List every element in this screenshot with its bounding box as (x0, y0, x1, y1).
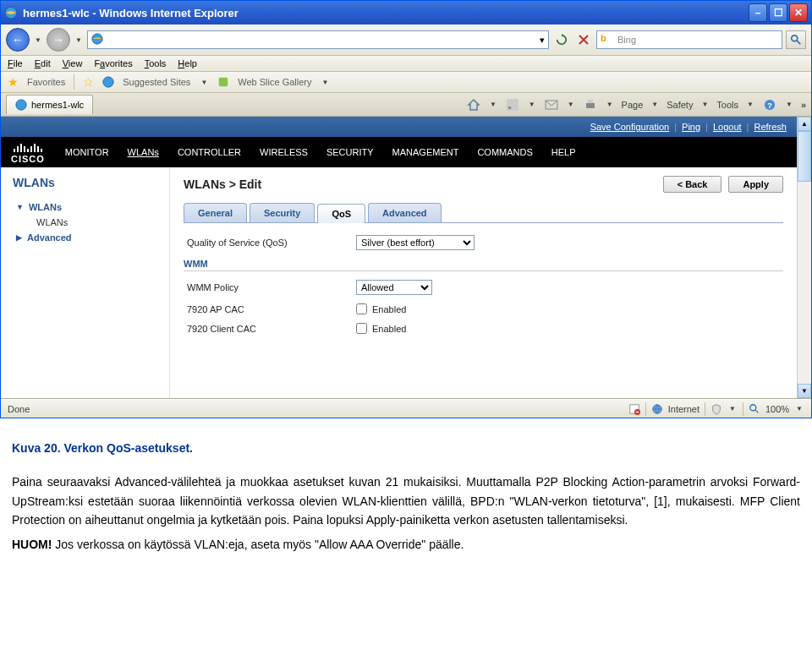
search-placeholder: Bing (617, 35, 636, 45)
svg-rect-11 (588, 100, 593, 103)
blocked-icon[interactable] (628, 403, 640, 415)
menu-favorites[interactable]: Favorites (94, 58, 132, 68)
page-menu[interactable]: Page (622, 100, 644, 110)
vertical-scrollbar[interactable]: ▲ ▼ (797, 117, 811, 398)
client-cac-checkbox[interactable] (356, 323, 367, 334)
mail-icon[interactable] (544, 97, 559, 112)
wmm-policy-select[interactable]: Allowed (356, 280, 432, 295)
nav-forward-button[interactable]: → (47, 28, 70, 52)
window-titlebar: hermes1-wlc - Windows Internet Explorer … (1, 1, 811, 25)
nav-wlans[interactable]: WLANs (128, 147, 159, 157)
save-config-link[interactable]: Save Configuration (590, 122, 670, 132)
suggested-dropdown[interactable]: ▼ (200, 79, 207, 86)
menu-help[interactable]: Help (178, 58, 197, 68)
tab-general[interactable]: General (184, 203, 247, 222)
favorites-label[interactable]: Favorites (27, 77, 65, 87)
figure-caption: Kuva 20. Verkon QoS-asetukset. (12, 439, 800, 457)
scroll-thumb[interactable] (798, 131, 811, 182)
address-dropdown-icon[interactable]: ▾ (540, 35, 545, 46)
svg-text:?: ? (767, 100, 772, 109)
webslice-icon (217, 76, 229, 88)
ap-cac-label: 7920 AP CAC (187, 304, 356, 314)
svg-point-4 (103, 77, 113, 87)
cisco-sidebar: WLANs ▼ WLANs WLANs ▶ Advanced (1, 167, 170, 398)
zoom-icon[interactable] (749, 403, 760, 415)
scroll-up-button[interactable]: ▲ (798, 117, 811, 131)
nav-commands[interactable]: COMMANDS (477, 147, 532, 157)
nav-wireless[interactable]: WIRELESS (260, 147, 308, 157)
page-heading: WLANs > Edit (184, 178, 261, 191)
apply-button[interactable]: Apply (728, 176, 783, 193)
address-bar[interactable]: ▾ (87, 30, 549, 49)
svg-rect-10 (586, 103, 595, 108)
window-title: hermes1-wlc - Windows Internet Explorer (23, 7, 749, 19)
qos-select[interactable]: Silver (best effort) (356, 235, 475, 250)
zoom-level[interactable]: 100% (765, 404, 789, 414)
status-zone: Internet (668, 404, 700, 414)
webslice-link[interactable]: Web Slice Gallery (238, 77, 311, 87)
svg-point-8 (508, 106, 512, 109)
home-icon[interactable] (466, 97, 481, 112)
safety-menu[interactable]: Safety (667, 100, 693, 110)
doc-paragraph-2: HUOM! Jos verkossa on käytössä VLAN:eja,… (12, 535, 800, 554)
chevron-down-icon: ▼ (16, 203, 24, 211)
qos-label: Quality of Service (QoS) (187, 238, 356, 248)
sidebar-item-wlans-child[interactable]: WLANs (13, 215, 157, 230)
status-bar: Done Internet ▼ 100% ▼ (1, 399, 811, 418)
cisco-tabs: General Security QoS Advanced (184, 203, 783, 223)
favorites-star-icon[interactable]: ★ (8, 75, 19, 89)
feeds-icon[interactable] (505, 97, 520, 112)
search-button[interactable] (786, 30, 806, 49)
tab-bar: hermes1-wlc ▼ ▼ ▼ ▼ Page▼ Safety▼ Tools▼… (1, 93, 811, 117)
refresh-link[interactable]: Refresh (754, 122, 787, 132)
logout-link[interactable]: Logout (713, 122, 742, 132)
menu-edit[interactable]: Edit (35, 58, 51, 68)
tab-ie-icon (15, 99, 27, 111)
menu-tools[interactable]: Tools (145, 58, 167, 68)
ap-cac-checkbox[interactable] (356, 303, 367, 314)
tools-menu[interactable]: Tools (716, 100, 738, 110)
stop-button[interactable] (574, 30, 593, 49)
doc-paragraph-1: Paina seuraavaksi Advanced-välilehteä ja… (12, 473, 800, 529)
protected-mode-icon[interactable] (710, 403, 722, 415)
svg-rect-5 (219, 78, 228, 87)
ping-link[interactable]: Ping (682, 122, 700, 132)
print-icon[interactable] (583, 97, 598, 112)
webslice-dropdown[interactable]: ▼ (322, 79, 329, 86)
nav-back-button[interactable]: ← (6, 28, 30, 52)
refresh-button[interactable] (552, 30, 571, 49)
tab-qos[interactable]: QoS (317, 204, 365, 223)
sidebar-item-advanced[interactable]: ▶ Advanced (13, 230, 157, 245)
nav-forward-dropdown[interactable]: ▼ (75, 36, 82, 44)
help-icon[interactable]: ? (762, 97, 777, 112)
nav-security[interactable]: SECURITY (326, 147, 374, 157)
menu-view[interactable]: View (63, 58, 83, 68)
back-button[interactable]: < Back (663, 176, 722, 193)
suggested-star-icon: ☆ (83, 75, 94, 89)
nav-monitor[interactable]: MONITOR (65, 147, 109, 157)
maximize-button[interactable]: ☐ (769, 3, 787, 22)
nav-help[interactable]: HELP (551, 147, 576, 157)
nav-management[interactable]: MANAGEMENT (392, 147, 459, 157)
svg-line-3 (797, 41, 800, 44)
menu-file[interactable]: File (8, 58, 23, 68)
browser-tab[interactable]: hermes1-wlc (6, 95, 93, 114)
nav-controller[interactable]: CONTROLLER (178, 147, 241, 157)
wmm-section-heading: WMM (184, 259, 783, 271)
search-bar[interactable]: b Bing (596, 30, 782, 49)
cisco-top-links: Save Configuration | Ping | Logout | Ref… (1, 117, 797, 137)
cisco-nav-bar: CISCO MONITOR WLANs CONTROLLER WIRELESS … (1, 137, 797, 167)
favorites-bar: ★ Favorites ☆ Suggested Sites ▼ Web Slic… (1, 72, 811, 93)
svg-line-19 (755, 409, 759, 412)
bing-icon: b (601, 33, 614, 46)
tab-advanced[interactable]: Advanced (368, 203, 442, 222)
sidebar-item-wlans-parent[interactable]: ▼ WLANs (13, 199, 157, 215)
nav-back-dropdown[interactable]: ▼ (35, 36, 41, 44)
close-button[interactable]: ✕ (789, 3, 808, 22)
overflow-button[interactable]: » (801, 100, 806, 110)
cisco-main-panel: WLANs > Edit < Back Apply General Securi… (170, 167, 797, 398)
scroll-down-button[interactable]: ▼ (798, 384, 811, 398)
tab-security[interactable]: Security (250, 203, 315, 222)
minimize-button[interactable]: – (749, 3, 767, 22)
suggested-sites-link[interactable]: Suggested Sites (123, 77, 190, 87)
